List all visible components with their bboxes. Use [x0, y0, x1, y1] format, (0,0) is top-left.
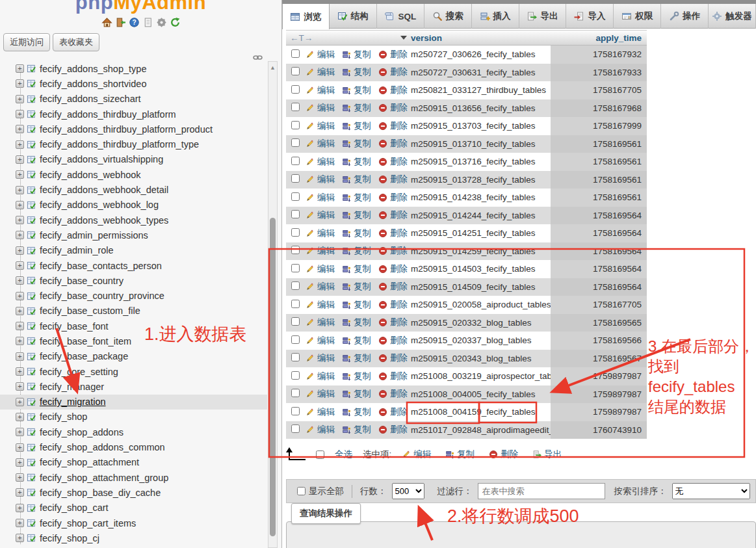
delete-row-link[interactable]: 删除	[378, 281, 411, 293]
edit-row-link[interactable]: 编辑	[306, 85, 342, 96]
sidebar-item-fecify_admin_role[interactable]: + fecify_admin_role	[0, 243, 267, 258]
table-name[interactable]: fecify_base_country	[40, 276, 124, 286]
sidebar-item-fecify_addons_shop_type[interactable]: + fecify_addons_shop_type	[0, 61, 267, 76]
sidebar-item-fecify_base_country[interactable]: + fecify_base_country	[0, 273, 267, 288]
table-name[interactable]: fecify_manager	[40, 382, 104, 392]
copy-row-link[interactable]: 复制	[342, 335, 378, 346]
edit-row-link[interactable]: 编辑	[306, 424, 342, 436]
table-name[interactable]: fecify_base_package	[40, 351, 128, 361]
copy-row-link[interactable]: 复制	[342, 317, 378, 328]
expand-plus-icon[interactable]: +	[16, 398, 24, 406]
expand-plus-icon[interactable]: +	[16, 231, 24, 239]
sidebar-item-fecify_addons_thirdbuy_platform[interactable]: + fecify_addons_thirdbuy_platform	[0, 107, 267, 122]
expand-plus-icon[interactable]: +	[16, 458, 24, 467]
expand-plus-icon[interactable]: +	[16, 307, 24, 315]
delete-row-link[interactable]: 删除	[378, 263, 411, 275]
row-checkbox[interactable]	[291, 389, 300, 397]
table-name[interactable]: fecify_addons_shop_type	[40, 64, 146, 74]
sidebar-item-fecify_shop_cj[interactable]: + fecify_shop_cj	[0, 530, 267, 545]
row-checkbox[interactable]	[291, 85, 300, 94]
sidebar-item-fecify_shop_addons_common[interactable]: + fecify_shop_addons_common	[0, 439, 267, 454]
copy-row-link[interactable]: 复制	[342, 85, 378, 96]
sidebar-item-fecify_shop_attachment_group[interactable]: + fecify_shop_attachment_group	[0, 470, 267, 485]
copy-row-link[interactable]: 复制	[342, 388, 378, 400]
edit-row-link[interactable]: 编辑	[306, 371, 342, 382]
copy-row-link[interactable]: 复制	[342, 192, 378, 203]
delete-row-link[interactable]: 删除	[378, 174, 411, 185]
sidebar-item-fecify_addons_thirdbuy_platform_type[interactable]: + fecify_addons_thirdbuy_platform_type	[0, 137, 267, 151]
filter-rows-input[interactable]	[478, 483, 605, 499]
table-name[interactable]: fecify_core_setting	[40, 367, 118, 377]
table-name[interactable]: fecify_addons_webhook_detail	[40, 185, 168, 195]
copy-row-link[interactable]: 复制	[342, 228, 378, 239]
sort-desc-icon[interactable]	[400, 36, 407, 40]
table-name[interactable]: fecify_base_contacts_person	[40, 261, 162, 271]
table-name[interactable]: fecify_shop_addons_common	[40, 442, 165, 452]
delete-row-link[interactable]: 删除	[378, 138, 411, 150]
tab-权限[interactable]: 权限	[614, 4, 661, 29]
tab-结构[interactable]: 结构	[330, 4, 377, 29]
delete-row-link[interactable]: 删除	[378, 49, 411, 60]
column-header-version[interactable]: version	[411, 33, 442, 43]
table-name[interactable]: fecify_shop_cart	[40, 502, 109, 513]
copy-row-link[interactable]: 复制	[342, 156, 378, 168]
expand-plus-icon[interactable]: +	[16, 413, 24, 421]
table-name[interactable]: fecify_shop_attachment	[40, 457, 139, 467]
table-name[interactable]: fecify_shop_attachment_group	[40, 473, 168, 483]
copy-row-link[interactable]: 复制	[342, 299, 378, 311]
check-all-checkbox[interactable]	[316, 450, 324, 459]
expand-plus-icon[interactable]: +	[16, 79, 24, 88]
sidebar-item-fecify_addons_webhook[interactable]: + fecify_addons_webhook	[0, 167, 267, 182]
expand-plus-icon[interactable]: +	[16, 337, 24, 345]
delete-row-link[interactable]: 删除	[378, 299, 411, 311]
table-name[interactable]: fecify_base_font_item	[40, 336, 131, 346]
edit-row-link[interactable]: 编辑	[306, 228, 342, 239]
sidebar-item-fecify_shop_cart_items[interactable]: + fecify_shop_cart_items	[0, 515, 267, 530]
expand-plus-icon[interactable]: +	[16, 504, 24, 512]
copy-row-link[interactable]: 复制	[342, 120, 378, 132]
edit-row-link[interactable]: 编辑	[306, 352, 342, 364]
column-header-apply-time[interactable]: apply_time	[595, 33, 642, 43]
delete-row-link[interactable]: 删除	[378, 424, 411, 436]
table-name[interactable]: fecify_addons_webhook_log	[40, 200, 159, 210]
sidebar-item-fecify_addons_sizechart[interactable]: + fecify_addons_sizechart	[0, 92, 267, 107]
copy-row-link[interactable]: 复制	[342, 424, 378, 436]
row-checkbox[interactable]	[291, 174, 300, 183]
edit-row-link[interactable]: 编辑	[306, 388, 342, 400]
row-checkbox[interactable]	[291, 353, 300, 361]
scroll-up-arrow-icon[interactable]: ▲	[268, 64, 277, 71]
sidebar-item-fecify_admin_permissions[interactable]: + fecify_admin_permissions	[0, 228, 267, 242]
sidebar-item-fecify_addons_webhook_detail[interactable]: + fecify_addons_webhook_detail	[0, 182, 267, 197]
tab-插入[interactable]: 插入	[472, 4, 519, 29]
expand-plus-icon[interactable]: +	[16, 140, 24, 149]
copy-row-link[interactable]: 复制	[342, 209, 378, 221]
edit-row-link[interactable]: 编辑	[306, 299, 342, 311]
table-name[interactable]: fecify_shop_base_diy_cache	[40, 488, 161, 498]
edit-row-link[interactable]: 编辑	[306, 49, 342, 60]
table-name[interactable]: fecify_addons_virtualshipping	[40, 154, 163, 164]
expand-plus-icon[interactable]: +	[16, 367, 24, 376]
home-icon[interactable]	[101, 17, 112, 28]
edit-row-link[interactable]: 编辑	[306, 192, 342, 203]
table-name[interactable]: fecify_base_country_province	[40, 291, 164, 301]
expand-plus-icon[interactable]: +	[16, 488, 24, 497]
table-name[interactable]: fecify_shop_cart_items	[40, 518, 136, 528]
delete-row-link[interactable]: 删除	[378, 245, 411, 257]
delete-row-link[interactable]: 删除	[378, 317, 411, 328]
table-name[interactable]: fecify_addons_shortvideo	[40, 79, 146, 89]
delete-row-link[interactable]: 删除	[378, 209, 411, 221]
sidebar-item-fecify_base_font_item[interactable]: + fecify_base_font_item	[0, 333, 267, 348]
tab-导入[interactable]: 导入	[566, 4, 614, 29]
delete-row-link[interactable]: 删除	[378, 120, 411, 132]
table-name[interactable]: fecify_addons_sizechart	[40, 94, 141, 104]
copy-row-link[interactable]: 复制	[342, 49, 378, 60]
delete-row-link[interactable]: 删除	[378, 371, 411, 382]
settings-gear-icon[interactable]	[156, 17, 167, 28]
edit-row-link[interactable]: 编辑	[306, 120, 342, 132]
delete-row-link[interactable]: 删除	[378, 228, 411, 239]
row-checkbox[interactable]	[291, 192, 300, 201]
edit-row-link[interactable]: 编辑	[306, 281, 342, 293]
delete-row-link[interactable]: 删除	[378, 102, 411, 114]
expand-plus-icon[interactable]: +	[16, 170, 24, 179]
sidebar-item-fecify_base_font[interactable]: + fecify_base_font	[0, 319, 267, 333]
